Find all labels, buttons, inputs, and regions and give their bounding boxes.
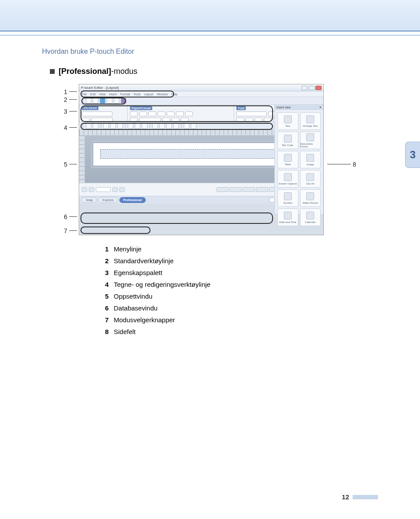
sidebar-cell-label: Arrange Text [303,125,318,127]
sidebar-cell-icon [306,173,314,181]
last-icon[interactable] [119,187,125,192]
sidebar-cell-label: Date and Time [279,221,296,223]
header-band [0,0,420,31]
minimize-icon[interactable] [301,86,308,90]
panel-paper: Paper/Format [127,105,234,122]
legend-item: 1Menylinje [105,243,378,255]
sidebar-cell-label: Image [307,163,314,166]
page-number: 12 [342,493,349,501]
wizard-icon[interactable] [121,98,126,104]
legend-num: 4 [105,279,114,290]
media-select[interactable] [91,118,113,122]
menu-format[interactable]: Format [120,93,130,96]
close-icon[interactable] [315,86,322,90]
legend-num: 2 [105,255,114,267]
legend-num: 7 [105,314,114,326]
print-icon[interactable] [107,98,112,104]
legend-item: 8Sidefelt [105,326,378,338]
callout-box-6 [80,212,273,224]
sidebar-cell[interactable]: Clip Art [300,170,321,188]
menu-file[interactable]: File [82,93,87,96]
callout-7: 7 [64,227,67,234]
window-titlebar: P-touch Editor - [Layout] [79,84,323,91]
sidebar-title: Insert new [276,106,290,109]
mode-express[interactable]: Express [98,197,117,203]
next-icon[interactable] [112,187,118,192]
ruler-vertical [79,136,85,183]
sidebar-cell[interactable]: Image [300,151,321,168]
preview-icon[interactable] [114,98,119,104]
sidebar-cell-icon [306,115,314,123]
shape-icon[interactable] [103,123,109,129]
sidebar-cell[interactable]: Date and Time [277,209,298,226]
check-toggle[interactable] [82,118,90,122]
sidebar-cell[interactable]: Table [277,151,298,168]
legend-item: 5Oppsettvindu [105,290,378,302]
record-number[interactable] [96,187,111,192]
rotate-icon[interactable] [166,123,172,129]
menu-view[interactable]: View [99,93,105,96]
sidebar-cell[interactable]: Bar Code [277,132,298,149]
ungroup-icon[interactable] [159,123,165,129]
menu-window[interactable]: Window [157,93,168,96]
menu-edit[interactable]: Edit [90,93,95,96]
line-icon[interactable] [110,123,116,129]
callout-5: 5 [64,161,67,168]
color2-icon[interactable] [191,123,196,129]
new-icon[interactable] [86,98,91,104]
mode-snap[interactable]: Snap [82,197,97,203]
sidebar-cell-label: Text [285,125,290,127]
color1-icon[interactable] [184,123,189,129]
prev-icon[interactable] [89,187,94,192]
pointer-icon[interactable] [86,123,91,129]
open-icon[interactable] [93,98,98,104]
sidebar-cell[interactable]: Arrange Text [300,112,321,130]
align-icon[interactable] [142,123,147,129]
callout-8: 8 [353,161,356,168]
text-icon[interactable] [93,123,98,129]
menu-bar[interactable]: File Edit View Insert Format Tools Layou… [79,91,323,97]
square-bullet-icon [50,69,55,74]
sidebar-cell-label: Decorative Frame [301,143,321,148]
page-accent-bar [353,495,378,499]
sidebar-cell[interactable]: Calendar [300,209,321,226]
sidebar-cell[interactable]: Text [277,112,298,130]
font-family[interactable] [236,111,267,116]
legend-item: 2Standardverktøylinje [105,255,378,267]
legend-num: 1 [105,243,114,255]
menu-tools[interactable]: Tools [133,93,140,96]
figure: 1 2 3 4 5 6 7 8 P-touch Editor - [Layout… [70,84,350,235]
maximize-icon[interactable] [308,86,315,90]
stroke-icon[interactable] [135,123,140,129]
panel-printer: XX-XXXX [79,105,127,122]
rect-icon[interactable] [117,123,123,129]
legend-item: 3Egenskapspalett [105,267,378,279]
legend-text: Tegne- og redigeringsverktøylinje [114,281,210,288]
callout-1: 1 [64,88,67,95]
first-icon[interactable] [82,187,87,192]
menu-help[interactable]: Help [171,93,177,96]
legend-num: 8 [105,326,114,338]
sidebar-cell[interactable]: Screen Capture [277,170,298,188]
sidebar-cell-icon [306,192,314,200]
legend-item: 7Modusvelgerknapper [105,314,378,326]
sidebar-cell-label: Bar Code [282,144,293,146]
menu-insert[interactable]: Insert [109,93,117,96]
flip-icon[interactable] [173,123,179,129]
collapse-icon[interactable]: ▸ [320,105,322,109]
sidebar-cell-label: Screen Capture [279,182,297,185]
fill-icon[interactable] [128,123,133,129]
mode-professional[interactable]: Professional [119,197,146,203]
sidebar-cell[interactable]: Decorative Frame [300,132,321,149]
printer-select[interactable] [82,111,112,116]
app-screenshot: P-touch Editor - [Layout] File Edit View… [79,84,324,235]
menu-layout[interactable]: Layout [144,93,153,96]
chapter-thumb-tab: 3 [405,142,420,168]
sidebar-cell-icon [284,154,292,162]
save-icon[interactable] [100,98,105,104]
legend-text: Egenskapspalett [114,269,162,276]
sidebar-cell[interactable]: Symbol [277,189,298,207]
sidebar-cell[interactable]: Make Picture [300,189,321,207]
sidebar-cell-icon [284,212,292,219]
group-icon[interactable] [152,123,158,129]
